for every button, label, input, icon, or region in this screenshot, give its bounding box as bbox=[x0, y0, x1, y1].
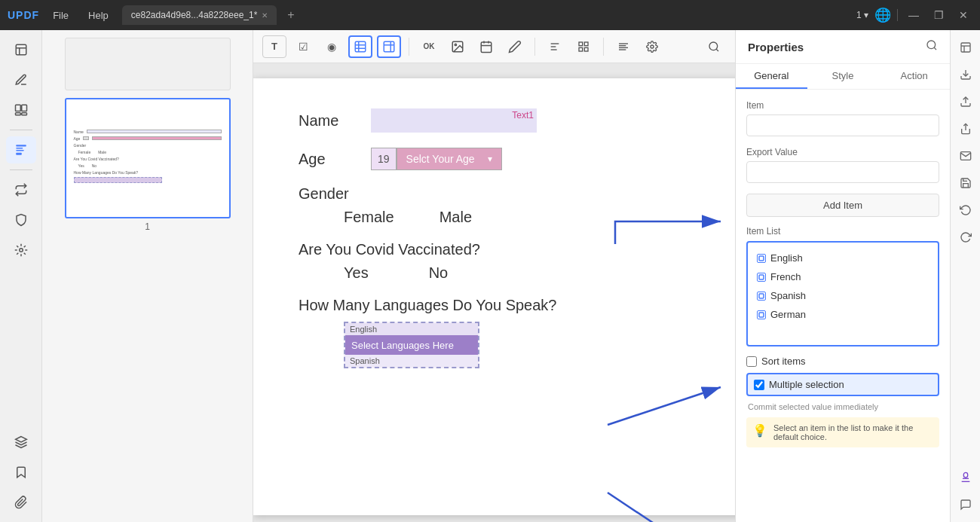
rp-icon-upload[interactable] bbox=[954, 90, 977, 113]
rp-icon-undo[interactable] bbox=[954, 199, 977, 221]
sort-items-label: Sort items bbox=[761, 356, 806, 367]
checkbox-tool-btn[interactable]: ☑ bbox=[291, 35, 315, 58]
thumbnail-page-label: 1 bbox=[65, 221, 231, 232]
list-item-french[interactable]: French bbox=[754, 267, 932, 286]
sidebar-icon-attachment[interactable] bbox=[6, 489, 36, 516]
tab-general[interactable]: General bbox=[736, 64, 807, 89]
sidebar-icon-annotate[interactable] bbox=[6, 66, 36, 93]
svg-point-43 bbox=[927, 41, 936, 49]
minimize-button[interactable]: — bbox=[904, 9, 923, 21]
add-item-button[interactable]: Add Item bbox=[746, 194, 939, 217]
active-tab[interactable]: ce82ada4d9e8...4a8228eee_1* ✕ bbox=[122, 5, 277, 25]
sidebar-icon-protect[interactable] bbox=[6, 206, 36, 234]
signature-tool-btn[interactable] bbox=[503, 35, 527, 58]
version-button[interactable]: 1 ▾ bbox=[856, 10, 868, 20]
list-item-spanish[interactable]: Spanish bbox=[754, 286, 932, 305]
search-icon[interactable] bbox=[702, 35, 726, 58]
rp-icon-redo[interactable] bbox=[954, 226, 977, 249]
panel-search-icon[interactable] bbox=[926, 39, 938, 54]
lang-dropdown[interactable]: English Select Languages Here Spanish bbox=[344, 322, 479, 368]
grid-tool-btn[interactable] bbox=[571, 35, 596, 58]
add-tab-button[interactable]: + bbox=[287, 8, 294, 22]
vax-options: Yes No bbox=[299, 264, 721, 282]
hint-icon: 💡 bbox=[752, 423, 767, 438]
multiple-selection-checkbox[interactable] bbox=[754, 380, 764, 390]
titlebar-controls: 1 ▾ 🌐 — ❐ ✕ bbox=[856, 7, 972, 23]
tab-action[interactable]: Action bbox=[878, 64, 950, 89]
thumbnail-page-small[interactable] bbox=[65, 38, 231, 90]
rp-icon-ai[interactable] bbox=[954, 466, 977, 489]
rp-icon-save[interactable] bbox=[954, 172, 977, 194]
sidebar-icon-convert[interactable] bbox=[6, 176, 36, 203]
sidebar-icon-organize[interactable] bbox=[6, 96, 36, 124]
text1-label: Text1 bbox=[512, 110, 534, 121]
text-tool-btn[interactable] bbox=[543, 35, 567, 58]
svg-rect-29 bbox=[579, 42, 583, 46]
svg-point-11 bbox=[19, 249, 23, 252]
spacer bbox=[746, 217, 939, 226]
close-button[interactable]: ✕ bbox=[954, 9, 972, 21]
date-tool-btn[interactable] bbox=[474, 35, 498, 58]
rp-icon-share[interactable] bbox=[954, 118, 977, 140]
sidebar-icon-layers[interactable] bbox=[6, 429, 36, 456]
name-field[interactable]: Text1 bbox=[371, 108, 537, 133]
thumbnail-page-1[interactable]: Name Age Gender FemaleMale Are You Cov bbox=[65, 98, 231, 232]
toolbar-sep-1 bbox=[409, 38, 409, 56]
gender-section: Gender Female Male bbox=[299, 185, 721, 226]
properties-panel: Properties General Style Action Item Exp… bbox=[735, 30, 950, 522]
thumbnail-panel: Name Age Gender FemaleMale Are You Cov bbox=[42, 30, 253, 522]
list-item-german[interactable]: German bbox=[754, 305, 932, 324]
sidebar-icon-form[interactable] bbox=[6, 136, 36, 163]
vax-no: No bbox=[429, 264, 449, 282]
svg-line-44 bbox=[934, 47, 936, 50]
list-item-english[interactable]: English bbox=[754, 249, 932, 267]
item-label-spanish: Spanish bbox=[770, 290, 806, 301]
lang-placeholder: Select Languages Here bbox=[351, 340, 454, 351]
svg-rect-48 bbox=[759, 313, 764, 317]
svg-line-39 bbox=[716, 49, 718, 51]
text-field-tool-btn[interactable]: T bbox=[262, 35, 286, 58]
align-tool-btn[interactable] bbox=[611, 35, 635, 58]
age-select[interactable]: Selct Your Age ▾ bbox=[397, 148, 502, 170]
lang-dropdown-area[interactable]: English Select Languages Here Spanish bbox=[299, 322, 721, 368]
svg-rect-22 bbox=[481, 42, 492, 53]
multiple-selection-row[interactable]: Multiple selection bbox=[746, 373, 939, 396]
rp-icon-mail[interactable] bbox=[954, 145, 977, 167]
sort-items-checkbox[interactable] bbox=[746, 356, 757, 367]
settings-tool-btn[interactable] bbox=[640, 35, 664, 58]
rp-icon-comment[interactable] bbox=[954, 493, 977, 516]
sidebar-icon-edit[interactable] bbox=[6, 36, 36, 63]
svg-point-37 bbox=[651, 45, 654, 48]
svg-rect-32 bbox=[584, 47, 588, 51]
svg-rect-17 bbox=[384, 41, 394, 52]
right-panel-icons bbox=[950, 30, 980, 522]
sidebar-icon-bookmark[interactable] bbox=[6, 459, 36, 486]
main-layout: Name Age Gender FemaleMale Are You Cov bbox=[0, 30, 980, 522]
item-input[interactable] bbox=[746, 114, 939, 136]
svg-rect-5 bbox=[15, 113, 20, 115]
item-bullet-english bbox=[757, 254, 766, 263]
toolbar-sep-2 bbox=[534, 38, 535, 56]
svg-rect-47 bbox=[759, 294, 764, 298]
age-number: 19 bbox=[371, 148, 397, 170]
close-tab-icon[interactable]: ✕ bbox=[262, 11, 268, 20]
menu-help[interactable]: Help bbox=[82, 10, 115, 21]
rp-icon-download[interactable] bbox=[954, 63, 977, 86]
content-area: Name Text1 Age 19 Selct Your Age ▾ bbox=[253, 63, 735, 522]
export-value-input[interactable] bbox=[746, 161, 939, 183]
radio-tool-btn[interactable]: ◉ bbox=[320, 35, 344, 58]
svg-rect-30 bbox=[584, 42, 588, 46]
panel-title: Properties bbox=[748, 41, 804, 53]
age-field[interactable]: 19 Selct Your Age ▾ bbox=[371, 148, 502, 170]
maximize-button[interactable]: ❐ bbox=[929, 9, 948, 21]
item-list-box[interactable]: English French Spanish bbox=[746, 241, 939, 346]
menu-file[interactable]: File bbox=[47, 10, 75, 21]
button-tool-btn[interactable]: OK bbox=[417, 35, 441, 58]
sidebar-icon-ai[interactable] bbox=[6, 237, 36, 264]
tab-style[interactable]: Style bbox=[807, 64, 879, 89]
hint-text: Select an item in the list to make it th… bbox=[773, 423, 933, 441]
image-tool-btn[interactable] bbox=[446, 35, 470, 58]
combo-box-tool-btn[interactable] bbox=[377, 35, 401, 58]
rp-icon-edit[interactable] bbox=[954, 36, 977, 59]
list-box-tool-btn[interactable] bbox=[348, 35, 372, 58]
